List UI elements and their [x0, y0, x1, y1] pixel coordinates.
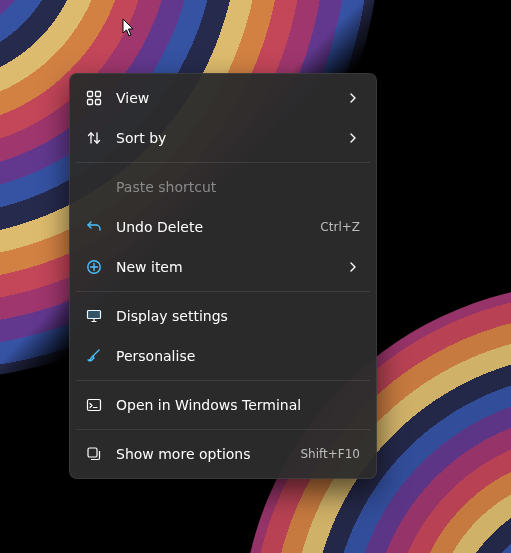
- menu-item-label: Display settings: [116, 308, 360, 324]
- desktop-context-menu: View Sort byPaste shortcut Undo DeleteCt…: [69, 73, 377, 479]
- menu-item-label: Show more options: [116, 446, 286, 462]
- chevron-right-icon: [346, 131, 360, 145]
- blank-icon: [86, 179, 102, 195]
- svg-rect-7: [88, 400, 101, 411]
- svg-rect-6: [88, 311, 101, 319]
- menu-item-shortcut: Ctrl+Z: [320, 220, 360, 234]
- chevron-right-icon: [346, 260, 360, 274]
- menu-item-label: Personalise: [116, 348, 360, 364]
- menu-item-display[interactable]: Display settings: [74, 296, 372, 336]
- undo-icon: [86, 219, 102, 235]
- menu-item-label: Open in Windows Terminal: [116, 397, 360, 413]
- menu-item-sortby[interactable]: Sort by: [74, 118, 372, 158]
- sort-icon: [86, 130, 102, 146]
- menu-item-more[interactable]: Show more optionsShift+F10: [74, 434, 372, 474]
- menu-item-shortcut: Shift+F10: [300, 447, 360, 461]
- menu-item-personal[interactable]: Personalise: [74, 336, 372, 376]
- brush-icon: [86, 348, 102, 364]
- menu-item-label: New item: [116, 259, 332, 275]
- svg-rect-0: [88, 92, 93, 97]
- terminal-icon: [86, 397, 102, 413]
- new-icon: [86, 259, 102, 275]
- svg-rect-3: [96, 100, 101, 105]
- menu-separator: [76, 162, 370, 163]
- more-icon: [86, 446, 102, 462]
- menu-separator: [76, 380, 370, 381]
- menu-item-paste-shortcut: Paste shortcut: [74, 167, 372, 207]
- menu-item-label: Sort by: [116, 130, 332, 146]
- svg-rect-1: [96, 92, 101, 97]
- menu-item-terminal[interactable]: Open in Windows Terminal: [74, 385, 372, 425]
- menu-item-view[interactable]: View: [74, 78, 372, 118]
- menu-separator: [76, 429, 370, 430]
- svg-rect-8: [88, 448, 97, 457]
- svg-rect-2: [88, 100, 93, 105]
- menu-item-label: View: [116, 90, 332, 106]
- grid-icon: [86, 90, 102, 106]
- menu-item-undo[interactable]: Undo DeleteCtrl+Z: [74, 207, 372, 247]
- menu-separator: [76, 291, 370, 292]
- menu-item-label: Paste shortcut: [116, 179, 360, 195]
- menu-item-label: Undo Delete: [116, 219, 306, 235]
- chevron-right-icon: [346, 91, 360, 105]
- display-icon: [86, 308, 102, 324]
- menu-item-newitem[interactable]: New item: [74, 247, 372, 287]
